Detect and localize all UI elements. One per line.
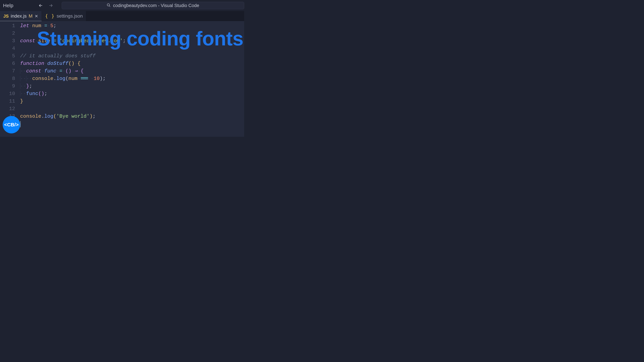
nav-arrows — [38, 3, 53, 8]
modified-indicator: M — [29, 13, 32, 19]
json-file-icon: { } — [45, 13, 55, 19]
svg-point-0 — [107, 4, 110, 6]
tab-settings-json[interactable]: { } settings.json — [42, 11, 86, 21]
text-cursor — [20, 121, 21, 127]
code-line: ··const·func·=·()·⇒·{ — [20, 67, 244, 75]
search-icon — [107, 3, 111, 8]
code-line: function·doStuff()·{ — [20, 60, 244, 67]
tab-bar: JS index.js M { } settings.json — [0, 11, 244, 21]
nav-forward-button[interactable] — [48, 3, 53, 8]
tab-index-js[interactable]: JS index.js M — [0, 11, 42, 21]
code-line — [20, 105, 244, 113]
tab-filename: index.js — [11, 13, 27, 19]
js-file-icon: JS — [3, 13, 9, 19]
command-center-search[interactable]: codingbeautydev.com - Visual Studio Code — [62, 2, 244, 9]
overlay-heading: Stunning coding fonts — [37, 27, 243, 50]
cb-logo-badge: <CB/> — [3, 116, 20, 133]
code-line: ····console.log(num·=== ·10); — [20, 75, 244, 82]
tab-close-button[interactable] — [34, 14, 38, 18]
code-line: ··func(); — [20, 90, 244, 97]
code-line: console.log('Bye world'); — [20, 113, 244, 120]
code-line: ··}; — [20, 82, 244, 90]
close-icon — [34, 14, 38, 18]
arrow-right-icon — [48, 3, 53, 8]
titlebar: Help codingbeautydev.com - Visual Studio… — [0, 0, 244, 11]
code-line: // it actually does stuff — [20, 52, 244, 60]
arrow-left-icon — [38, 3, 43, 8]
code-line — [20, 120, 244, 128]
tab-filename: settings.json — [57, 13, 83, 19]
menu-help[interactable]: Help — [0, 3, 16, 8]
code-line: } — [20, 97, 244, 105]
nav-back-button[interactable] — [38, 3, 43, 8]
search-text: codingbeautydev.com - Visual Studio Code — [113, 3, 199, 8]
